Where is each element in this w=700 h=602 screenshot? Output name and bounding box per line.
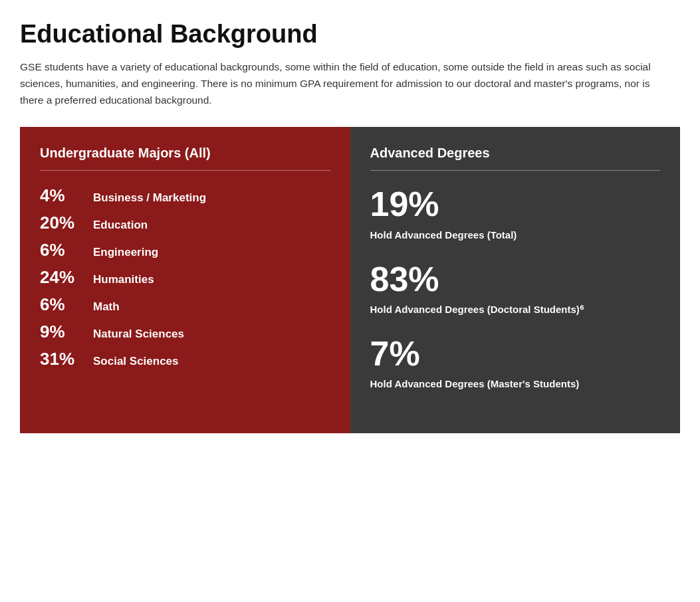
- left-panel: Undergraduate Majors (All) 4%Business / …: [20, 127, 350, 433]
- major-label: Engineering: [93, 246, 158, 259]
- major-percent: 31%: [40, 349, 93, 369]
- right-panel-heading: Advanced Degrees: [370, 146, 661, 161]
- major-percent: 9%: [40, 322, 93, 342]
- major-row: 24%Humanities: [40, 267, 330, 288]
- major-row: 4%Business / Marketing: [40, 185, 330, 206]
- major-row: 31%Social Sciences: [40, 349, 330, 369]
- degree-label: Hold Advanced Degrees (Doctoral Students…: [370, 302, 661, 316]
- left-panel-divider: [40, 170, 330, 171]
- major-label: Humanities: [93, 273, 154, 286]
- major-percent: 6%: [40, 240, 93, 260]
- major-label: Education: [93, 219, 148, 232]
- degree-percent: 7%: [370, 335, 661, 373]
- major-percent: 4%: [40, 185, 93, 206]
- degree-label: Hold Advanced Degrees (Master's Students…: [370, 377, 661, 391]
- major-row: 20%Education: [40, 213, 330, 233]
- degree-percent: 19%: [370, 185, 661, 223]
- degree-percent: 83%: [370, 260, 661, 298]
- degree-block: 7%Hold Advanced Degrees (Master's Studen…: [370, 335, 661, 391]
- right-panel-divider: [370, 170, 661, 171]
- page-title: Educational Background: [20, 20, 680, 49]
- degree-block: 19%Hold Advanced Degrees (Total): [370, 185, 661, 241]
- major-row: 9%Natural Sciences: [40, 322, 330, 342]
- major-label: Business / Marketing: [93, 191, 206, 205]
- major-row: 6%Engineering: [40, 240, 330, 260]
- page-description: GSE students have a variety of education…: [20, 59, 671, 108]
- major-percent: 24%: [40, 267, 93, 288]
- degree-label: Hold Advanced Degrees (Total): [370, 228, 661, 242]
- panels-container: Undergraduate Majors (All) 4%Business / …: [20, 127, 680, 433]
- major-label: Social Sciences: [93, 355, 179, 368]
- major-row: 6%Math: [40, 294, 330, 315]
- left-panel-heading: Undergraduate Majors (All): [40, 146, 330, 161]
- degree-block: 83%Hold Advanced Degrees (Doctoral Stude…: [370, 260, 661, 316]
- right-panel: Advanced Degrees 19%Hold Advanced Degree…: [350, 127, 681, 433]
- major-label: Math: [93, 300, 120, 314]
- major-percent: 6%: [40, 294, 93, 315]
- degrees-list: 19%Hold Advanced Degrees (Total)83%Hold …: [370, 185, 661, 391]
- major-percent: 20%: [40, 213, 93, 233]
- major-label: Natural Sciences: [93, 328, 184, 341]
- majors-list: 4%Business / Marketing20%Education6%Engi…: [40, 185, 330, 369]
